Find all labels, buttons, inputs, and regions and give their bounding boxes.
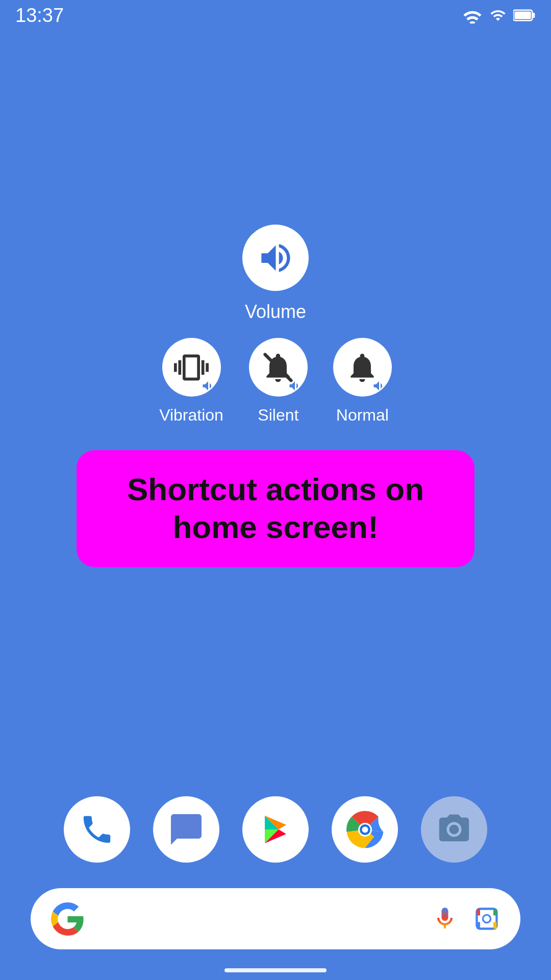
lens-icon[interactable] (473, 905, 500, 932)
normal-icon-circle[interactable] (333, 338, 392, 397)
silent-label: Silent (258, 406, 298, 425)
status-time: 13:37 (15, 5, 64, 27)
phone-icon (79, 812, 115, 847)
shortcut-banner: Shortcut actions on home screen! (77, 450, 474, 567)
search-bar[interactable] (31, 888, 520, 949)
volume-main-icon[interactable] (242, 225, 309, 291)
search-bar-icons (432, 905, 500, 932)
app-dock (0, 796, 551, 863)
volume-widget[interactable]: Volume (242, 225, 309, 323)
svg-point-11 (362, 826, 368, 832)
silent-mode-item[interactable]: Silent (249, 338, 308, 425)
camera-icon (436, 812, 472, 847)
status-bar: 13:37 (0, 0, 551, 31)
vibration-icon-circle[interactable] (162, 338, 221, 397)
vibration-label: Vibration (159, 406, 223, 425)
normal-label: Normal (336, 406, 389, 425)
normal-icon (345, 350, 380, 385)
volume-speaker-icon (257, 239, 295, 277)
microphone-icon[interactable] (432, 905, 458, 932)
home-indicator (224, 968, 327, 972)
phone-app-icon[interactable] (64, 796, 130, 863)
svg-rect-2 (515, 11, 531, 19)
messages-app-icon[interactable] (153, 796, 219, 863)
vibration-icon (174, 350, 209, 385)
silent-icon (261, 350, 295, 385)
svg-rect-1 (532, 13, 535, 18)
play-app-icon[interactable] (242, 796, 309, 863)
vibration-mode-item[interactable]: Vibration (159, 338, 223, 425)
normal-mode-item[interactable]: Normal (333, 338, 392, 425)
camera-app-icon[interactable] (421, 796, 487, 863)
google-g-logo (51, 902, 84, 936)
silent-icon-circle[interactable] (249, 338, 308, 397)
messages-icon (168, 811, 205, 848)
svg-point-13 (483, 915, 490, 922)
chrome-app-icon[interactable] (332, 796, 398, 863)
play-icon (257, 811, 294, 848)
volume-modes: Vibration Silent (159, 338, 392, 425)
signal-icon (489, 7, 507, 23)
chrome-icon (346, 811, 384, 849)
volume-label: Volume (245, 301, 306, 323)
status-icons (462, 7, 536, 23)
shortcut-text: Shortcut actions on home screen! (127, 472, 424, 545)
battery-icon (513, 7, 536, 23)
wifi-icon (462, 7, 483, 23)
